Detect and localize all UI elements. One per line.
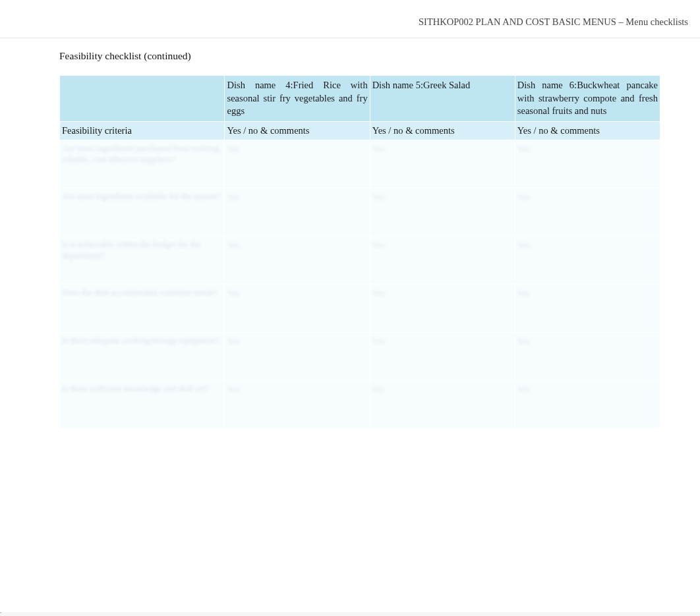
answer-text: Yes <box>372 384 385 394</box>
answer-text: Yes <box>517 336 530 346</box>
answer-text: Yes <box>372 240 385 250</box>
breadcrumb-text: SITHKOP002 PLAN AND COST BASIC MENUS – M… <box>419 16 688 27</box>
answer-text: Yes <box>372 192 385 202</box>
criteria-text: Is there sufficient knowledge and skill … <box>62 383 208 393</box>
subheader-col1: Yes / no & comments <box>225 121 370 140</box>
criteria-text: Does the dish accommodate customer needs… <box>62 287 218 297</box>
answer-text: Yes <box>517 240 530 250</box>
answer-text: Yes <box>517 384 530 394</box>
criteria-text: Are most ingredients available for the s… <box>62 191 220 201</box>
feasibility-table: Dish name 4:Fried Rice with seasonal sti… <box>59 75 660 429</box>
answer-text: Yes <box>227 288 239 298</box>
table-subheader-row: Feasibility criteria Yes / no & comments… <box>60 121 660 140</box>
header-dish-5: Dish name 5:Greek Salad <box>370 76 515 122</box>
header-separator <box>0 38 700 38</box>
page-title: Feasibility checklist (continued) <box>59 50 660 62</box>
table-row: Does the dish accommodate customer needs… <box>60 285 660 333</box>
answer-text: Yes <box>227 384 239 394</box>
answer-text: Yes <box>517 288 530 298</box>
answer-text: Yes <box>372 288 385 298</box>
criteria-text: Is it achievable within the budget for t… <box>62 239 200 260</box>
answer-text: Yes <box>372 144 385 154</box>
table-header-row-dishes: Dish name 4:Fried Rice with seasonal sti… <box>60 76 660 122</box>
answer-text: Yes <box>227 240 239 250</box>
criteria-text: Are most ingredients purchased from exis… <box>62 143 221 164</box>
subheader-col2: Yes / no & comments <box>370 121 515 140</box>
header-dish-6: Dish name 6:Buckwheat pancake with straw… <box>515 76 660 122</box>
answer-text: Yes <box>227 144 239 154</box>
header-empty-corner <box>60 76 225 122</box>
answer-text: Yes <box>517 192 530 202</box>
header-dish-4: Dish name 4:Fried Rice with seasonal sti… <box>225 76 370 122</box>
answer-text: Yes <box>227 336 239 346</box>
answer-text: Yes <box>517 144 530 154</box>
answer-text: Yes <box>372 336 385 346</box>
subheader-col3: Yes / no & comments <box>515 121 660 140</box>
table-row: Is there sufficient knowledge and skill … <box>60 381 660 429</box>
table-row: Are most ingredients available for the s… <box>60 188 660 237</box>
breadcrumb: SITHKOP002 PLAN AND COST BASIC MENUS – M… <box>0 0 700 38</box>
bottom-fade <box>0 612 700 616</box>
criteria-text: Is there adequate cooking/storage equipm… <box>62 335 219 345</box>
answer-text: Yes <box>227 192 239 202</box>
table-row: Is there adequate cooking/storage equipm… <box>60 333 660 381</box>
subheader-criteria: Feasibility criteria <box>60 121 225 140</box>
table-row: Is it achievable within the budget for t… <box>60 237 660 285</box>
content: Feasibility checklist (continued) Dish n… <box>0 50 700 429</box>
decorative-dot <box>0 612 1 613</box>
table-row: Are most ingredients purchased from exis… <box>60 140 660 188</box>
